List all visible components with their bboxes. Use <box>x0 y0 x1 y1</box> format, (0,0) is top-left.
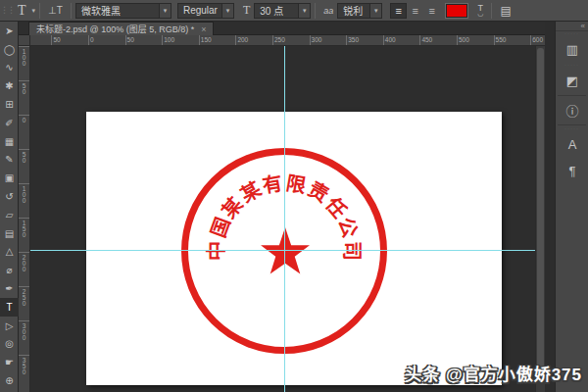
font-family-select[interactable]: 微软雅黑 ▾ <box>75 3 172 19</box>
ruler-label: 50 <box>127 36 134 43</box>
document-tab[interactable]: 未标题-2.psd @ 100% (图层 5, RGB/8) * × <box>28 22 214 35</box>
brush-tool[interactable]: ✎ <box>0 151 19 170</box>
ruler-tick <box>162 35 163 46</box>
adjustments-panel-icon[interactable]: ◩ <box>556 68 588 94</box>
font-size-select[interactable]: 30 点 ▾ <box>254 3 311 19</box>
eraser-tool[interactable]: ▱ <box>0 206 19 224</box>
ruler-origin[interactable] <box>19 35 30 46</box>
ruler-label: 100 <box>21 48 27 66</box>
ruler-tick <box>530 35 531 46</box>
text-orientation-icon[interactable]: ⊥T <box>44 5 67 16</box>
text-color-swatch[interactable] <box>446 4 467 18</box>
canvas-viewport[interactable]: 中国某某有限责任公司 <box>30 46 535 392</box>
ruler-tick <box>494 35 495 46</box>
vertical-ruler[interactable]: 10050050100150200250300350 <box>19 46 30 392</box>
font-family-value: 微软雅黑 <box>76 3 159 18</box>
ruler-tick <box>19 252 30 253</box>
chevron-down-icon[interactable]: ▾ <box>369 4 381 18</box>
separator <box>315 3 316 19</box>
type-tool[interactable]: T <box>0 298 19 317</box>
ruler-tick <box>457 35 458 46</box>
chevron-down-icon[interactable]: ▾ <box>298 4 310 18</box>
vertical-scrollbar[interactable] <box>535 46 545 392</box>
warp-text-icon[interactable]: T ◡ <box>473 5 487 17</box>
horizontal-guide[interactable] <box>30 250 535 251</box>
chevron-down-icon[interactable]: ▾ <box>221 4 233 18</box>
ruler-tick <box>125 35 126 46</box>
chevron-down-icon[interactable]: ▾ <box>159 4 171 18</box>
expand-dock-icon[interactable]: « <box>581 22 585 30</box>
hand-tool[interactable]: ☛ <box>0 353 19 371</box>
toggle-panels-icon[interactable]: ▤ <box>496 4 514 18</box>
alignment-group: ≡ ≡ ≡ <box>390 3 440 19</box>
clone-stamp-tool[interactable]: ▣ <box>0 169 19 187</box>
marquee-tool[interactable]: ◯ <box>0 40 19 59</box>
navigator-panel-icon[interactable]: ▥ <box>556 36 588 63</box>
tools-panel: ➤◯∿✱⊞✐▦✎▣↺▱▤△⌀✒T▷◎☛⊕ <box>0 22 19 392</box>
anti-alias-value: 锐利 <box>338 3 369 18</box>
horizontal-ruler[interactable]: 5005010015020025030035040045050055060065… <box>30 35 545 46</box>
gradient-tool[interactable]: ▤ <box>0 224 19 243</box>
options-bar-grip[interactable]: ⋮ <box>7 7 14 14</box>
font-style-select[interactable]: Regular ▾ <box>177 3 234 19</box>
ruler-label: 50 <box>21 151 27 163</box>
align-center-button[interactable]: ≡ <box>407 3 423 19</box>
paragraph-panel-icon[interactable]: ¶ <box>556 158 588 184</box>
ruler-label: 500 <box>459 36 469 43</box>
ruler-tick <box>19 183 30 184</box>
anti-alias-select[interactable]: 锐利 ▾ <box>337 3 382 19</box>
ruler-tick <box>19 80 30 81</box>
info-panel-icon[interactable]: ⓘ <box>556 97 588 123</box>
history-brush-tool[interactable]: ↺ <box>0 187 19 206</box>
ruler-tick <box>19 115 30 116</box>
ruler-tick <box>19 355 30 356</box>
path-selection-tool[interactable]: ▷ <box>0 317 19 335</box>
font-size-value: 30 点 <box>255 3 298 18</box>
document-area: 未标题-2.psd @ 100% (图层 5, RGB/8) * × 50050… <box>19 22 545 392</box>
shape-tool[interactable]: ◎ <box>0 335 19 354</box>
ruler-label: 200 <box>21 254 27 271</box>
ruler-label: 350 <box>348 36 359 43</box>
options-bar-grip[interactable]: ⋮ <box>0 7 7 14</box>
move-tool[interactable]: ➤ <box>0 22 19 40</box>
dodge-tool[interactable]: ⌀ <box>0 261 19 279</box>
vertical-guide[interactable] <box>284 46 285 392</box>
ruler-tick <box>383 35 384 46</box>
blur-tool[interactable]: △ <box>0 243 19 262</box>
ruler-label: 300 <box>21 322 27 340</box>
pen-tool[interactable]: ✒ <box>0 279 19 298</box>
ruler-tick <box>19 46 30 47</box>
canvas[interactable]: 中国某某有限责任公司 <box>86 112 502 385</box>
document-tab-title: 未标题-2.psd @ 100% (图层 5, RGB/8) * <box>36 23 194 35</box>
lasso-tool[interactable]: ∿ <box>0 59 19 77</box>
eyedropper-tool[interactable]: ✐ <box>0 114 19 132</box>
tool-preset-arrow-icon[interactable]: ▾ <box>32 7 36 15</box>
crop-tool[interactable]: ⊞ <box>0 95 19 114</box>
ruler-label: 50 <box>21 82 27 94</box>
font-size-icon: T <box>239 3 254 18</box>
watermark: 头条 @官方小傲娇375 <box>405 361 582 385</box>
ruler-tick <box>419 35 420 46</box>
ruler-label: 400 <box>385 36 396 43</box>
type-tool-preset-icon[interactable]: T <box>14 3 30 19</box>
ruler-tick <box>19 320 30 321</box>
align-left-button[interactable]: ≡ <box>390 3 407 19</box>
quick-selection-tool[interactable]: ✱ <box>0 76 19 95</box>
align-right-button[interactable]: ≡ <box>423 3 440 19</box>
zoom-tool[interactable]: ⊕ <box>0 371 19 390</box>
close-tab-icon[interactable]: × <box>201 24 206 34</box>
ruler-label: 200 <box>237 36 248 43</box>
document-tab-bar: 未标题-2.psd @ 100% (图层 5, RGB/8) * × <box>19 22 545 35</box>
separator <box>71 3 72 19</box>
right-panel-dock: « ·····▥·····◩ⓘ·····A¶ <box>555 22 588 392</box>
ruler-label: 300 <box>312 36 322 43</box>
scrollbar-thumb[interactable] <box>537 48 544 380</box>
ruler-tick <box>51 35 52 46</box>
separator <box>491 3 492 19</box>
healing-brush-tool[interactable]: ▦ <box>0 132 19 151</box>
ruler-label: 550 <box>496 36 507 43</box>
ruler-label: 250 <box>274 36 285 43</box>
ruler-label: 100 <box>164 36 174 43</box>
ruler-label: 450 <box>421 36 432 43</box>
character-panel-icon[interactable]: A <box>556 131 588 158</box>
